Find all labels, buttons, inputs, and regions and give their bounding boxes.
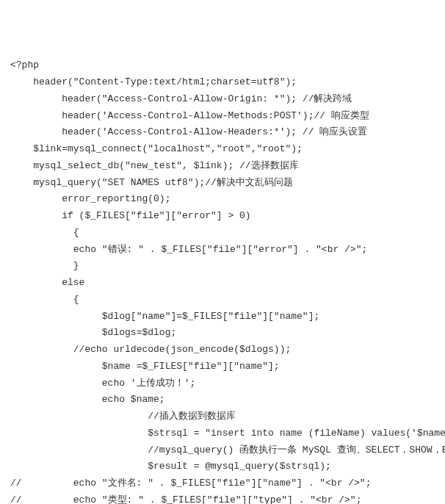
code-line: $link=mysql_connect("localhost","root","…	[10, 141, 435, 158]
code-line: {	[10, 292, 435, 309]
code-line: $dlog["name"]=$_FILES["file"]["name"];	[10, 309, 435, 325]
code-line: //mysql_query() 函数执行一条 MySQL 查询。SELECT，S…	[10, 442, 435, 459]
code-line: $result = @mysql_query($strsql);	[10, 458, 435, 475]
code-line: else	[10, 275, 435, 292]
code-line: <?php	[10, 57, 435, 74]
code-line: {	[10, 225, 435, 242]
code-line: echo '上传成功！';	[10, 375, 435, 392]
code-line: header('Access-Control-Allow-Headers:*')…	[10, 124, 435, 141]
code-line: error_reporting(0);	[10, 191, 435, 208]
code-line: $dlogs=$dlog;	[10, 325, 435, 342]
code-line: }	[10, 258, 435, 275]
code-line: $name =$_FILES["file"]["name"];	[10, 359, 435, 375]
code-line: header("Access-Control-Allow-Origin: *")…	[10, 91, 435, 108]
code-line: mysql_select_db("new_test", $link); //选择…	[10, 158, 435, 175]
code-line: if ($_FILES["file"]["error"] > 0)	[10, 208, 435, 225]
code-line: // echo "类型: " . $_FILES["file"]["type"]…	[10, 492, 435, 504]
code-line: //插入数据到数据库	[10, 408, 435, 425]
code-line: echo $name;	[10, 392, 435, 408]
code-line: //echo urldecode(json_encode($dlogs));	[10, 342, 435, 359]
code-line: $strsql = "insert into name (fileName) v…	[10, 425, 435, 442]
code-line: // echo "文件名: " . $_FILES["file"]["name"…	[10, 475, 435, 492]
code-line: header("Content-Type:text/html;charset=u…	[10, 74, 435, 91]
code-line: header('Access-Control-Allow-Methods:POS…	[10, 108, 435, 125]
code-line: mysql_query("SET NAMES utf8");//解决中文乱码问题	[10, 175, 435, 192]
code-block: <?php header("Content-Type:text/html;cha…	[10, 57, 435, 504]
code-line: echo "错误: " . $_FILES["file"]["error"] .…	[10, 242, 435, 259]
